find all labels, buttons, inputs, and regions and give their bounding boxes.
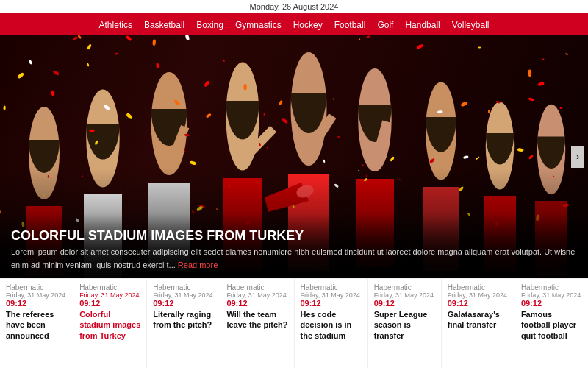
news-cards-strip: Habermatic Friday, 31 May 2024 09:12 The… bbox=[0, 278, 588, 368]
hero-excerpt: Lorem ipsum dolor sit amet consecuter ad… bbox=[11, 247, 577, 271]
card-time-2: 09:12 bbox=[153, 299, 214, 308]
card-source-2: Habermatic bbox=[153, 283, 214, 291]
card-time-7: 09:12 bbox=[521, 299, 582, 308]
main-nav: AthleticsBasketballBoxingGymnasticsHocke… bbox=[0, 13, 588, 35]
news-card-2: Habermatic Friday, 31 May 2024 09:12 Lit… bbox=[147, 279, 220, 368]
card-time-1: 09:12 bbox=[79, 299, 140, 308]
card-headline-6[interactable]: Galatasaray's final transfer bbox=[448, 309, 509, 368]
card-date-4: Friday, 31 May 2024 bbox=[301, 291, 362, 299]
nav-item-golf[interactable]: Golf bbox=[377, 20, 393, 30]
nav-item-gymnastics[interactable]: Gymnastics bbox=[235, 20, 282, 30]
card-source-7: Habermatic bbox=[521, 283, 582, 291]
news-card-7: Habermatic Friday, 31 May 2024 09:12 Fam… bbox=[515, 279, 588, 368]
card-source-1: Habermatic bbox=[79, 283, 140, 291]
news-card-3: Habermatic Friday, 31 May 2024 09:12 Wil… bbox=[220, 279, 294, 368]
card-date-2: Friday, 31 May 2024 bbox=[153, 291, 214, 299]
nav-item-boxing[interactable]: Boxing bbox=[196, 20, 223, 30]
hero-overlay: COLORFUL STADIUM IMAGES FROM TURKEY Lore… bbox=[0, 213, 588, 278]
top-bar: Monday, 26 August 2024 bbox=[0, 0, 588, 13]
nav-item-athletics[interactable]: Athletics bbox=[99, 20, 132, 30]
card-date-7: Friday, 31 May 2024 bbox=[521, 291, 582, 299]
card-time-3: 09:12 bbox=[226, 299, 287, 308]
news-card-4: Habermatic Friday, 31 May 2024 09:12 Hes… bbox=[295, 279, 368, 368]
card-date-0: Friday, 31 May 2024 bbox=[6, 291, 67, 299]
card-date-3: Friday, 31 May 2024 bbox=[226, 291, 287, 299]
card-headline-3[interactable]: Will the team leave the pitch? bbox=[226, 309, 287, 368]
hero-next-arrow[interactable]: › bbox=[571, 146, 584, 168]
news-card-5: Habermatic Friday, 31 May 2024 09:12 Sup… bbox=[368, 279, 442, 368]
news-card-6: Habermatic Friday, 31 May 2024 09:12 Gal… bbox=[442, 279, 515, 368]
card-headline-7[interactable]: Famous football player quit football bbox=[521, 309, 582, 368]
card-source-4: Habermatic bbox=[301, 283, 362, 291]
nav-item-football[interactable]: Football bbox=[334, 20, 366, 30]
news-card-0: Habermatic Friday, 31 May 2024 09:12 The… bbox=[0, 279, 74, 368]
card-date-1: Friday, 31 May 2024 bbox=[79, 291, 140, 299]
nav-item-volleyball[interactable]: Volleyball bbox=[452, 20, 490, 30]
card-date-6: Friday, 31 May 2024 bbox=[448, 291, 509, 299]
card-time-0: 09:12 bbox=[6, 299, 67, 308]
current-date: Monday, 26 August 2024 bbox=[250, 2, 339, 11]
hero-section: COLORFUL STADIUM IMAGES FROM TURKEY Lore… bbox=[0, 35, 588, 278]
card-headline-2[interactable]: Literally raging from the pitch? bbox=[153, 309, 214, 368]
card-time-6: 09:12 bbox=[448, 299, 509, 308]
hero-title: COLORFUL STADIUM IMAGES FROM TURKEY bbox=[11, 228, 577, 244]
card-headline-4[interactable]: Hes code decision is in the stadium bbox=[301, 309, 362, 368]
card-time-4: 09:12 bbox=[301, 299, 362, 308]
card-headline-0[interactable]: The referees have been announced bbox=[6, 309, 67, 368]
card-headline-1[interactable]: Colorful stadium images from Turkey bbox=[79, 309, 140, 368]
nav-item-handball[interactable]: Handball bbox=[405, 20, 440, 30]
news-card-1: Habermatic Friday, 31 May 2024 09:12 Col… bbox=[74, 279, 147, 368]
hero-read-more[interactable]: Read more bbox=[178, 260, 218, 271]
card-headline-5[interactable]: Super League season is transfer bbox=[374, 309, 435, 368]
card-date-5: Friday, 31 May 2024 bbox=[374, 291, 435, 299]
card-source-6: Habermatic bbox=[448, 283, 509, 291]
card-time-5: 09:12 bbox=[374, 299, 435, 308]
nav-item-basketball[interactable]: Basketball bbox=[144, 20, 184, 30]
card-source-0: Habermatic bbox=[6, 283, 67, 291]
card-source-5: Habermatic bbox=[374, 283, 435, 291]
nav-item-hockey[interactable]: Hockey bbox=[293, 20, 323, 30]
card-source-3: Habermatic bbox=[226, 283, 287, 291]
